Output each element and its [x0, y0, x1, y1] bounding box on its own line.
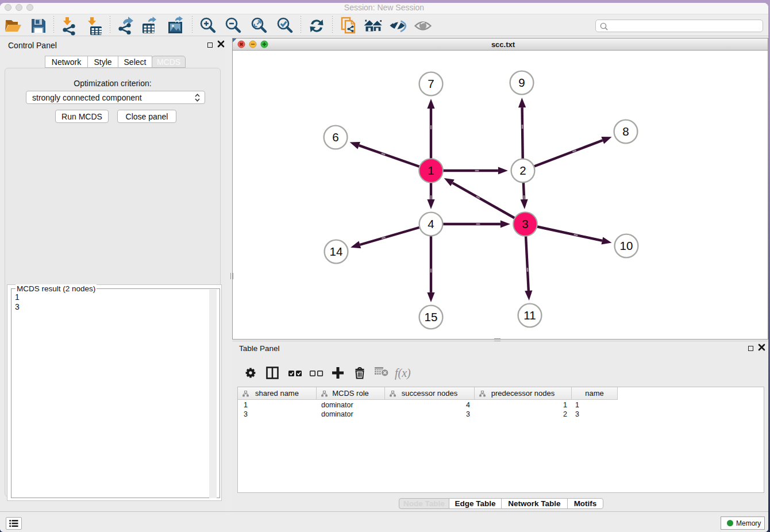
svg-text:7: 7 — [428, 77, 434, 90]
svg-text:9: 9 — [518, 76, 525, 89]
svg-text:1: 1 — [428, 164, 434, 177]
svg-text:10: 10 — [620, 239, 633, 252]
svg-text:15: 15 — [425, 310, 438, 323]
svg-text:4: 4 — [428, 217, 434, 230]
svg-text:2: 2 — [519, 164, 526, 177]
svg-text:11: 11 — [523, 309, 536, 322]
svg-text:8: 8 — [622, 125, 629, 138]
svg-text:14: 14 — [330, 245, 343, 258]
svg-text:6: 6 — [332, 130, 338, 144]
svg-text:3: 3 — [522, 217, 528, 230]
